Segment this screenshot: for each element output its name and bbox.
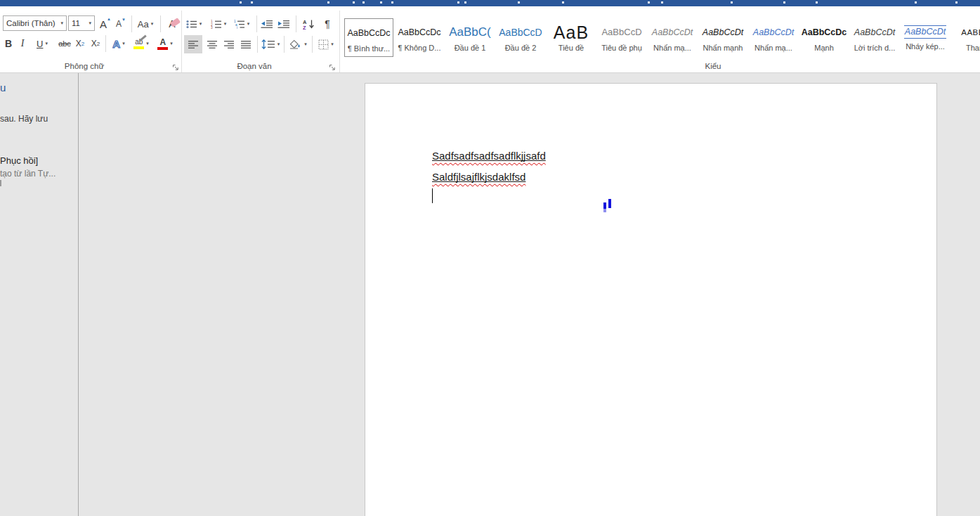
style-item-reference[interactable]: AABBCTham [951,18,980,57]
shrink-font-button[interactable]: A ▼ [114,15,128,32]
line-spacing-icon [261,39,275,49]
chevron-down-icon: ▾ [170,41,173,46]
titlebar-text-fragment [661,1,663,4]
font-dialog-launcher-icon[interactable] [172,62,181,70]
strikethrough-label: abc [58,39,71,48]
style-item-normal[interactable]: AaBbCcDc¶ Không D... [395,18,444,57]
style-label: Nhấn mạnh [698,44,747,52]
strikethrough-button[interactable]: abc [56,35,73,52]
titlebar-text-fragment [816,1,818,4]
bold-button[interactable]: B [3,35,14,52]
superscript-button[interactable]: X2 [89,35,103,52]
separator [256,15,257,32]
align-right-button[interactable] [221,35,237,53]
italic-label: I [21,38,25,49]
word-window: Calibri (Thân) ▾ 11 ▾ A ▲ A ▼ Aa ▾ A B [0,0,980,516]
style-label: Nhấn mạ... [648,44,697,52]
increase-indent-icon [277,20,290,29]
align-right-icon [224,40,235,49]
grow-font-label: A [100,18,107,30]
clear-formatting-button[interactable]: A [164,15,181,32]
titlebar-text-fragment [731,1,733,4]
separator [257,36,258,53]
style-sample-text: AaBbCcDt [904,25,946,39]
shading-button[interactable]: ▾ [287,35,309,53]
bullets-button[interactable]: ▾ [183,15,204,32]
titlebar-text-fragment [251,1,253,4]
separator [312,36,313,53]
style-sample-text: AaBbCcD [496,22,545,43]
font-group-label: Phông chữ [21,62,148,70]
style-item-heading2[interactable]: AaBbCcDĐầu đề 2 [496,18,545,57]
titlebar-text-fragment [955,1,958,4]
style-label: ¶ Bình thư... [345,44,393,53]
text-highlight-color-button[interactable]: ab ▾ [130,35,152,52]
style-sample-text: AaBbC( [445,22,495,43]
decrease-indent-button[interactable] [259,15,275,32]
text-effects-button[interactable]: A ▾ [109,35,129,52]
paragraph-dialog-launcher-icon[interactable] [329,62,337,70]
style-item-emphasis[interactable]: AaBbCcDtNhấn mạnh [698,18,747,57]
align-left-button[interactable] [184,35,202,53]
style-sample-text: AaBbCcDt [850,22,899,43]
line-spacing-button[interactable]: ▾ [260,35,281,53]
italic-button[interactable]: I [18,35,27,52]
style-item-subtle-emphasis[interactable]: AaBbCcDtNhấn mạ... [648,18,697,57]
style-item-intense-emphasis[interactable]: AaBbCcDtNhấn mạ... [749,18,798,57]
chevron-down-icon: ▾ [89,20,91,26]
style-item-heading1[interactable]: AaBbC(Đầu đề 1 [445,18,495,57]
style-label: Tiêu đề phụ [597,44,646,52]
style-label: Tham [951,44,980,52]
style-item-subtitle[interactable]: AaBbCcDTiêu đề phụ [597,18,646,57]
sort-icon: A Z [303,19,315,30]
show-hide-pilcrow-button[interactable]: ¶ [320,15,334,32]
triangle-up-icon: ▲ [107,17,111,21]
separator [160,15,161,32]
font-size-combobox[interactable]: 11 ▾ [68,15,95,31]
separator [131,15,132,32]
style-sample-text: AaBbCcDc [799,22,849,43]
font-color-button[interactable]: A ▾ [155,35,176,52]
subscript-button[interactable]: X2 [73,35,87,52]
group-separator [181,11,182,72]
justify-icon [241,40,251,49]
document-text-line[interactable]: Saldfjlsajflkjsdaklfsd [432,170,525,184]
subscript-label: X [76,39,81,49]
style-item-quote[interactable]: AaBbCcDtLời trích d... [850,18,899,57]
borders-button[interactable]: ▾ [315,35,337,53]
subscript-mark: 2 [81,41,84,47]
change-case-button[interactable]: Aa ▾ [134,15,157,32]
font-name-combobox[interactable]: Calibri (Thân) ▾ [3,15,67,31]
grow-font-button[interactable]: A ▲ [98,15,113,32]
shrink-font-label: A [116,19,122,29]
multilevel-list-button[interactable]: 1 a i ▾ [230,15,253,32]
justify-button[interactable] [237,35,254,53]
style-item-strong[interactable]: AaBbCcDcMạnh [799,18,849,57]
align-center-button[interactable] [204,35,221,53]
titlebar-text-fragment [327,1,329,4]
svg-text:i: i [237,26,237,29]
recovery-file-item[interactable]: Phục hồi] [0,155,38,166]
style-label: Đầu đề 2 [496,44,545,52]
chevron-down-icon: ▾ [304,41,307,47]
chevron-down-icon: ▾ [247,21,250,27]
sort-button[interactable]: A Z [299,15,318,32]
style-sample-text: AaBbCcDt [648,22,697,43]
align-center-icon [207,40,218,49]
separator [105,35,106,52]
document-canvas: u sau. Hãy lưu Phục hồi] tạo từ lần Tự..… [0,73,980,516]
style-label: Lời trích d... [850,44,899,52]
style-item-normal[interactable]: AaBbCcDc¶ Bình thư... [344,18,393,57]
multilevel-list-icon: 1 a i [234,20,245,29]
numbering-button[interactable]: 1 2 3 ▾ [208,15,229,32]
style-item-title[interactable]: AaBTiêu đề [547,18,596,57]
document-page[interactable]: Sadfsadfsadfsadflkjjsafd Saldfjlsajflkjs… [365,83,937,516]
underline-button[interactable]: U ▾ [32,35,53,52]
collab-cursor-icon [608,199,611,208]
underline-label: U [37,39,43,49]
style-item-intense-quote[interactable]: AaBbCcDtNháy kép... [901,18,950,57]
titlebar-text-fragment [464,1,466,4]
increase-indent-button[interactable] [276,15,292,32]
text-effects-icon: A [112,38,120,50]
document-text-line[interactable]: Sadfsadfsadfsadflkjjsafd [432,149,546,163]
